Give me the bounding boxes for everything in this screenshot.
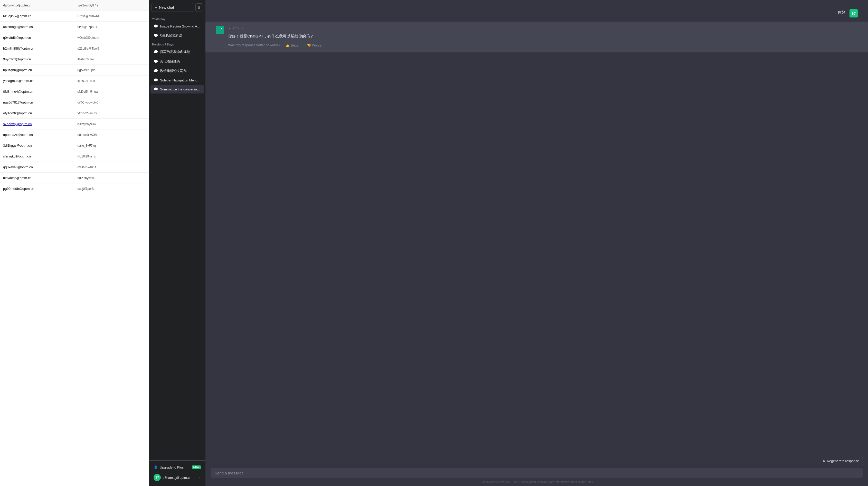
user-message-text: 你好 — [838, 10, 845, 14]
cell-password: vC1co2wm!osu — [74, 108, 149, 118]
sidebar-toggle-button[interactable]: ⊟ — [195, 3, 203, 12]
chat-input[interactable] — [215, 471, 859, 475]
sidebar-sections: Yesterday💬Image Region Growing Algori💬C生… — [149, 15, 206, 94]
user-menu-button[interactable]: ··· — [195, 475, 201, 480]
user-avatar: S7 — [849, 9, 858, 18]
new-badge: NEW — [192, 465, 201, 469]
cell-email: 6z8ojk9k@optm.cn — [0, 11, 74, 21]
cell-password: sNi0yf5n@nua — [74, 86, 149, 97]
footer-notice: Free Research Preview. ChatGPT may produ… — [211, 478, 863, 484]
spreadsheet-panel: 4j86mwtc@optm.cnxp92m3Gy87!26z8ojk9k@opt… — [0, 0, 149, 486]
table-row: naz6d781@optm.cno@C!ypdwbty0 — [0, 97, 149, 108]
cell-password: d21oi8a@Tbw5 — [74, 43, 149, 54]
prev-message-button[interactable]: ‹ — [228, 26, 231, 31]
assistant-message-content: ‹ 2 / 2 › 你好！我是ChatGPT，有什么我可以帮助你的吗？ Was … — [228, 26, 323, 48]
cell-password: xjtp6.0418Lc — [74, 75, 149, 86]
user-email: s7hanxbj@optm.cn — [163, 476, 193, 480]
user-icon: 👤 — [154, 465, 158, 469]
cell-email: pg99me0b@optm.cn — [0, 183, 74, 194]
sidebar-item-label: Image Region Growing Algori — [160, 24, 201, 28]
cell-email: ui5vacsp@optm.cn — [0, 173, 74, 183]
assistant-message-text: 你好！我是ChatGPT，有什么我可以帮助你的吗？ — [228, 34, 314, 38]
upgrade-label: Upgrade to Plus — [160, 465, 184, 469]
cell-email: qq3xeva6@optm.cn — [0, 162, 74, 172]
sidebar-bottom: 👤 Upgrade to Plus NEW S7 s7hanxbj@optm.c… — [149, 460, 206, 486]
sidebar-item-beautify[interactable]: 💬美化项目经历 — [151, 57, 204, 66]
sidebar-item-c-growth[interactable]: 💬C生长区域算法 — [151, 31, 204, 40]
sidebar-item-math[interactable]: 💬数学建模论文写作 — [151, 66, 204, 75]
table-row: pg99me0b@optm.cncudj0f7po!Bi — [0, 183, 149, 194]
input-row — [211, 468, 863, 478]
assistant-message-row: ‹ 2 / 2 › 你好！我是ChatGPT，有什么我可以帮助你的吗？ Was … — [206, 22, 868, 52]
sidebar-item-sidebar-nav[interactable]: 💬Sidebar Navigation Menu — [151, 76, 204, 85]
new-chat-label: New chat — [159, 5, 174, 9]
sidebar-item-spelling[interactable]: 💬拼写约定和命名规范 — [151, 47, 204, 57]
table-row: 0fxsmagu@optm.cn9iYn@u7p8l1i — [0, 22, 149, 32]
table-row: qq3xeva6@optm.cncdDb.t5whkut — [0, 162, 149, 173]
cell-password: xp92m3Gy87!2 — [74, 0, 149, 10]
chatgpt-sidebar: + New chat ⊟ Yesterday💬Image Region Grow… — [149, 0, 206, 486]
upgrade-button[interactable]: 👤 Upgrade to Plus NEW — [151, 463, 204, 472]
cell-password: ithsRr!2szn7 — [74, 54, 149, 64]
cell-email: naz6d781@optm.cn — [0, 97, 74, 108]
cell-email: sfsrvqkd@optm.cn — [0, 151, 74, 161]
toggle-icon: ⊟ — [198, 6, 200, 9]
cell-password: 6dP.7nyvhwj — [74, 173, 149, 183]
cell-email: ofy1oo3k@optm.cn — [0, 108, 74, 118]
cell-password: cdDb.t5whkut — [74, 162, 149, 172]
cell-email: 9uyo3rzl@optm.cn — [0, 54, 74, 64]
feedback-row: Was this response better or worse? 👍 Bet… — [228, 42, 323, 48]
table-row: 6z8ojk9k@optm.cnBrgse@drmw6z — [0, 11, 149, 22]
user-message-content: 你好 — [838, 9, 845, 16]
cell-email: b2m7h888@optm.cn — [0, 43, 74, 54]
sidebar-item-label: Sidebar Navigation Menu — [160, 78, 201, 82]
sidebar-item-label: 数学建模论文写作 — [160, 68, 201, 73]
cell-password: naile_8vF7kq — [74, 140, 149, 151]
chat-footer: ↻ Regenerate response Free Research Prev… — [206, 454, 868, 486]
cell-email: np9zqnbj@optm.cn — [0, 65, 74, 75]
avatar: S7 — [154, 474, 161, 481]
worse-button[interactable]: 👎 Worse — [305, 42, 323, 48]
cell-email: yncagm3z@optm.cn — [0, 75, 74, 86]
chat-icon: 💬 — [154, 78, 158, 82]
table-row: 3dl1kggs@optm.cnnaile_8vF7kq — [0, 140, 149, 151]
next-message-button[interactable]: › — [241, 26, 244, 31]
table-row: sfsrvqkd@optm.cnHd16i29ns_ul — [0, 151, 149, 162]
sidebar-item-label: 美化项目经历 — [160, 59, 201, 64]
chat-icon: 💬 — [154, 24, 158, 28]
regen-icon: ↻ — [823, 459, 825, 463]
cell-password: nX2qti!oy93w — [74, 119, 149, 129]
cell-password: 8gf7d!kK6plp — [74, 65, 149, 75]
table-row: 9uyo3rzl@optm.cnithsRr!2szn7 — [0, 54, 149, 65]
user-row[interactable]: S7 s7hanxbj@optm.cn ··· — [151, 472, 204, 483]
cell-password: wDsd@l9uindm — [74, 32, 149, 43]
cell-email: q0xvttd6@optm.cn — [0, 32, 74, 43]
table-row: q0xvttd6@optm.cnwDsd@l9uindm — [0, 32, 149, 43]
cell-email: s7hanxbj@optm.cn — [0, 119, 74, 129]
gpt-avatar — [216, 26, 224, 34]
sidebar-item-label: C生长区域算法 — [160, 33, 201, 38]
cell-email: 0fd8mne4@optm.cn — [0, 86, 74, 97]
chat-icon: 💬 — [154, 50, 158, 54]
message-navigation: ‹ 2 / 2 › — [228, 26, 323, 31]
sidebar-section-label: Previous 7 Days — [149, 40, 206, 47]
sidebar-item-summarize[interactable]: 💬Summarize the conversation — [151, 85, 204, 93]
chat-panel: 你好 S7 ‹ 2 / 2 › 你好！我是ChatGPT，有什么我可以帮助你的吗… — [206, 0, 868, 486]
sidebar-header: + New chat ⊟ — [149, 0, 206, 15]
sidebar-item-label: 拼写约定和命名规范 — [160, 50, 201, 54]
cell-password: 9iYn@u7p8l1i — [74, 22, 149, 32]
cell-password: Brgse@drmw6z — [74, 11, 149, 21]
thumb-down-icon: 👎 — [307, 43, 311, 47]
table-row: s7hanxbj@optm.cnnX2qti!oy93w — [0, 119, 149, 129]
sidebar-item-img-region[interactable]: 💬Image Region Growing Algori — [151, 22, 204, 31]
message-counter: 2 / 2 — [233, 26, 239, 31]
sidebar-item-label: Summarize the conversation — [160, 87, 201, 91]
better-button[interactable]: 👍 Better — [283, 42, 302, 48]
regenerate-button[interactable]: ↻ Regenerate response — [819, 457, 863, 465]
chat-icon: 💬 — [154, 87, 158, 91]
plus-icon: + — [155, 5, 157, 9]
cell-email: 4j86mwtc@optm.cn — [0, 0, 74, 10]
cell-password: Hd16i29ns_ul — [74, 151, 149, 161]
table-row: apubeazx@optm.cno8imw0xwGf!c — [0, 129, 149, 140]
new-chat-button[interactable]: + New chat — [152, 3, 193, 12]
